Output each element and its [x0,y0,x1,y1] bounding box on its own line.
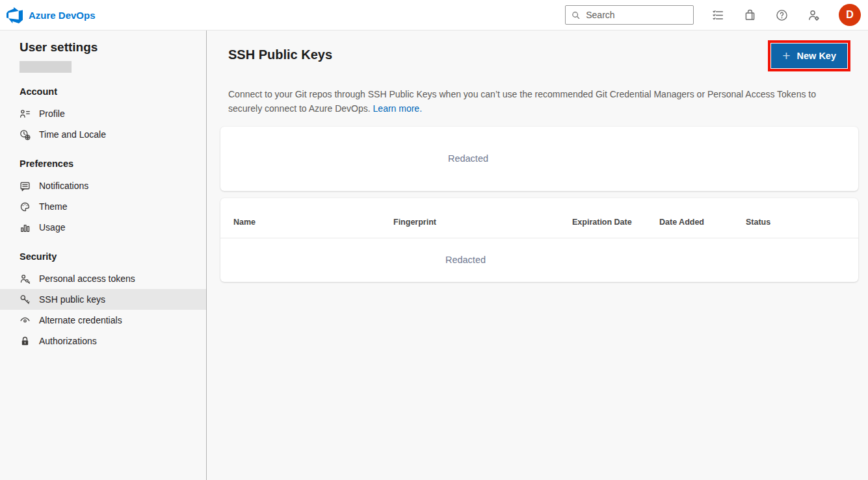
top-bar: Azure DevOps D [0,0,868,31]
help-button[interactable] [775,8,789,22]
brand-label: Azure DevOps [29,10,96,21]
sidebar-item-authorizations[interactable]: Authorizations [0,331,206,351]
page-title: SSH Public Keys [228,47,332,62]
section-label-account: Account [20,86,206,97]
page-description: Connect to your Git repos through SSH Pu… [228,87,841,116]
personal-access-tokens-icon [20,273,31,284]
usage-icon [20,222,31,233]
section-label-preferences: Preferences [20,158,206,169]
ssh-public-keys-icon [20,294,31,305]
alternate-credentials-icon [20,315,31,326]
sidebar-item-label: Personal access tokens [39,273,135,284]
plus-icon: + [782,49,790,62]
learn-more-link[interactable]: Learn more. [373,103,422,114]
time-locale-icon [20,129,31,140]
search-input[interactable] [585,9,687,21]
authorizations-icon [20,336,31,347]
azure-devops-logo-icon [7,7,23,23]
sidebar-item-alternate-credentials[interactable]: Alternate credentials [0,310,206,331]
column-header-date-added: Date Added [659,218,746,227]
sidebar-item-theme[interactable]: Theme [0,196,206,217]
redacted-card-text: Redacted [448,153,488,164]
notifications-icon [20,181,31,192]
redacted-table-text: Redacted [445,255,486,265]
profile-icon [20,108,31,120]
sidebar-item-label: SSH public keys [39,294,105,305]
description-text: Connect to your Git repos through SSH Pu… [228,89,816,114]
theme-icon [20,201,31,212]
sidebar-item-label: Theme [39,201,68,212]
sidebar: User settings Account Profile Time and L… [0,31,207,480]
redacted-placeholder-block [20,61,72,73]
help-icon [775,8,789,22]
keys-table-card: Name Fingerprint Expiration Date Date Ad… [220,198,858,282]
main-content: SSH Public Keys + New Key Connect to you… [207,31,868,480]
sidebar-item-label: Profile [39,108,65,119]
search-box[interactable] [565,5,694,25]
marketplace-button[interactable] [743,8,757,22]
sidebar-item-label: Time and Locale [39,129,106,140]
table-header-row: Name Fingerprint Expiration Date Date Ad… [220,198,858,238]
user-settings-button[interactable] [807,8,821,22]
shopping-bag-icon [743,8,757,22]
annotation-highlight: + New Key [768,40,850,71]
table-body: Redacted [220,238,858,281]
new-key-button[interactable]: + New Key [771,44,847,68]
sidebar-item-profile[interactable]: Profile [0,103,206,124]
task-list-icon [711,8,725,22]
sidebar-item-ssh-public-keys[interactable]: SSH public keys [0,289,206,310]
keys-card: Redacted [220,127,858,191]
task-list-button[interactable] [711,8,725,22]
section-label-security: Security [20,251,206,262]
brand[interactable]: Azure DevOps [7,7,96,23]
sidebar-item-label: Authorizations [39,336,97,346]
column-header-fingerprint: Fingerprint [393,218,572,227]
sidebar-item-label: Usage [39,222,65,233]
avatar[interactable]: D [839,4,861,26]
sidebar-item-label: Alternate credentials [39,315,122,325]
sidebar-item-time-and-locale[interactable]: Time and Locale [0,124,206,145]
search-icon [572,10,580,20]
sidebar-title: User settings [20,40,206,55]
sidebar-item-notifications[interactable]: Notifications [0,175,206,196]
user-gear-icon [807,8,821,22]
new-key-button-label: New Key [797,51,836,61]
sidebar-item-usage[interactable]: Usage [0,217,206,238]
sidebar-item-personal-access-tokens[interactable]: Personal access tokens [0,268,206,289]
column-header-expiration-date: Expiration Date [572,218,659,227]
column-header-status: Status [746,218,858,227]
sidebar-item-label: Notifications [39,181,88,191]
column-header-name: Name [233,218,393,227]
